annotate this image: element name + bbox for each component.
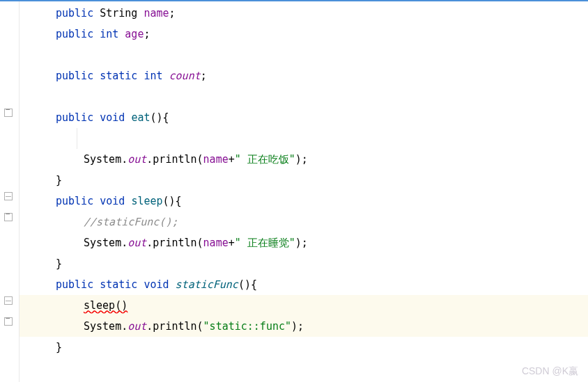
keyword: static (100, 278, 137, 291)
code-line: public static int count; (20, 65, 588, 86)
punct: (){ (238, 278, 257, 291)
fold-icon[interactable] (4, 317, 13, 326)
gutter (0, 1, 20, 382)
fold-icon[interactable] (4, 213, 13, 221)
code-line: System.out.println(name+" 正在吃饭"); (20, 149, 588, 170)
code-line: } (20, 253, 588, 274)
brace: } (56, 257, 62, 270)
code-line: System.out.println("static::func"); (20, 316, 588, 337)
string: " 正在吃饭" (235, 153, 295, 166)
code-line (20, 128, 588, 149)
keyword: void (100, 111, 125, 124)
punct: ; (169, 7, 176, 19)
fold-end-icon[interactable] (4, 192, 13, 200)
code-editor[interactable]: public String name; public int age; publ… (0, 0, 588, 382)
op: + (229, 237, 235, 249)
field: count (169, 70, 201, 82)
keyword: void (100, 195, 125, 207)
call: .println( (146, 320, 203, 333)
field: name (203, 153, 229, 166)
ident: System. (84, 237, 127, 249)
code-line (20, 45, 588, 65)
fold-icon[interactable] (4, 109, 13, 117)
call: .println( (146, 153, 203, 166)
punct: (){ (163, 195, 182, 207)
string: " 正在睡觉" (235, 237, 295, 249)
field: name (144, 7, 169, 19)
keyword: void (144, 278, 169, 291)
ident: System. (84, 320, 127, 333)
method: staticFunc (176, 278, 238, 291)
punct: (){ (150, 111, 169, 124)
brace: } (56, 341, 62, 353)
call: .println( (146, 237, 203, 249)
keyword: int (144, 70, 162, 82)
error-text: sleep() (84, 299, 127, 312)
keyword: public (56, 278, 93, 291)
keyword: public (56, 28, 93, 40)
fold-end-icon[interactable] (4, 296, 13, 305)
field: out (127, 237, 146, 249)
comment: //staticFunc(); (84, 216, 178, 228)
keyword: public (56, 7, 93, 19)
method: sleep (131, 195, 162, 207)
code-line: public void sleep(){ (20, 191, 588, 212)
punct: ); (295, 153, 308, 166)
punct: ); (295, 237, 308, 249)
field: age (125, 28, 144, 40)
brace: } (56, 174, 62, 186)
method: eat (131, 111, 150, 124)
keyword: public (56, 70, 93, 82)
code-line: //staticFunc(); (20, 212, 588, 232)
field: out (127, 153, 146, 166)
code-line (20, 86, 588, 107)
keyword: int (100, 28, 118, 40)
code-line: } (20, 337, 588, 358)
code-line: public void eat(){ (20, 107, 588, 128)
punct: ; (201, 70, 207, 82)
punct: ; (144, 28, 150, 40)
code-area[interactable]: public String name; public int age; publ… (20, 1, 588, 382)
code-line: sleep() (20, 295, 588, 316)
code-line: public int age; (20, 24, 588, 45)
keyword: static (100, 70, 137, 82)
code-line: System.out.println(name+" 正在睡觉"); (20, 232, 588, 253)
string: "static::func" (203, 320, 291, 333)
ident: System. (84, 153, 127, 166)
code-line: public String name; (20, 3, 588, 24)
op: + (229, 153, 235, 166)
punct: ); (291, 320, 304, 333)
type: String (100, 7, 137, 19)
code-line: } (20, 170, 588, 191)
keyword: public (56, 195, 93, 207)
field: name (203, 237, 229, 249)
field: out (127, 320, 146, 333)
code-line: public static void staticFunc(){ (20, 274, 588, 295)
keyword: public (56, 111, 93, 124)
